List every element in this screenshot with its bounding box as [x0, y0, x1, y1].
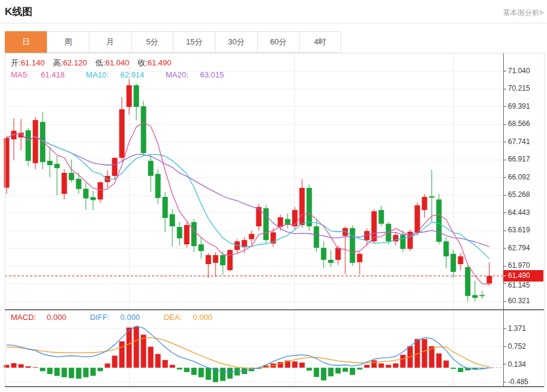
- low-label: 低:: [95, 58, 106, 67]
- y-tick-label: 63.619: [508, 226, 544, 234]
- ohlc-readout: 开:61.140高:62.120低:61.040收:61.490: [11, 58, 180, 68]
- macd-tick-label: 0.134: [508, 360, 544, 369]
- dea-value: DEA:0.000: [164, 313, 223, 322]
- ma20-value: MA20: 63.015: [166, 70, 234, 79]
- tab-day[interactable]: 日: [5, 31, 47, 53]
- fundamental-analysis-link[interactable]: 基本面分析>: [503, 8, 543, 18]
- last-price-badge: 61.490: [503, 270, 543, 282]
- ma-readout: MA5: 61.418 MA10: 62.914 MA20: 63.015: [11, 70, 243, 79]
- y-tick-label: 60.321: [508, 297, 544, 305]
- diff-value: DIFF:0.000: [90, 313, 151, 322]
- macd-tick-label: 1.371: [508, 324, 544, 333]
- kline-page: K线图 基本面分析> 日 周 月 5分 15分 30分 60分 4时 开:61.…: [0, 0, 547, 392]
- y-tick-label: 66.092: [508, 173, 544, 181]
- ma5-value: MA5: 61.418: [11, 70, 74, 79]
- y-tick-label: 67.741: [508, 137, 544, 146]
- close-value: 61.490: [148, 58, 172, 67]
- open-label: 开:: [11, 58, 21, 67]
- tab-30min[interactable]: 30分: [215, 31, 257, 53]
- interval-tabbar: 日 周 月 5分 15分 30分 60分 4时: [5, 31, 544, 53]
- open-value: 61.140: [21, 58, 45, 67]
- y-tick-label: 61.970: [508, 261, 544, 270]
- low-value: 61.040: [105, 58, 129, 67]
- tab-week[interactable]: 周: [47, 31, 89, 53]
- y-tick-label: 66.917: [508, 155, 544, 163]
- tab-5min[interactable]: 5分: [131, 31, 173, 53]
- y-tick-label: 65.268: [508, 190, 544, 199]
- y-tick-label: 70.215: [508, 84, 544, 92]
- y-tick-label: 64.443: [508, 208, 544, 217]
- macd-readout: MACD:0.000 DIFF:0.000 DEA:0.000: [11, 313, 234, 322]
- close-label: 收:: [138, 58, 148, 67]
- macd-tick-label: -0.485: [508, 378, 544, 386]
- y-tick-label: 71.040: [508, 67, 544, 75]
- y-tick-label: 69.391: [508, 102, 544, 110]
- tab-4hour[interactable]: 4时: [299, 31, 341, 53]
- macd-value: MACD:0.000: [11, 313, 77, 322]
- high-value: 62.120: [63, 58, 87, 67]
- tab-15min[interactable]: 15分: [173, 31, 215, 53]
- tab-month[interactable]: 月: [89, 31, 131, 53]
- y-tick-label: 61.145: [508, 281, 544, 289]
- y-tick-label: 62.794: [508, 244, 544, 252]
- page-title: K线图: [5, 5, 32, 19]
- y-tick-label: 68.566: [508, 119, 544, 128]
- ma10-value: MA10: 62.914: [86, 70, 154, 79]
- macd-tick-label: 0.752: [508, 342, 544, 351]
- high-label: 高:: [53, 58, 63, 67]
- tab-60min[interactable]: 60分: [257, 31, 299, 53]
